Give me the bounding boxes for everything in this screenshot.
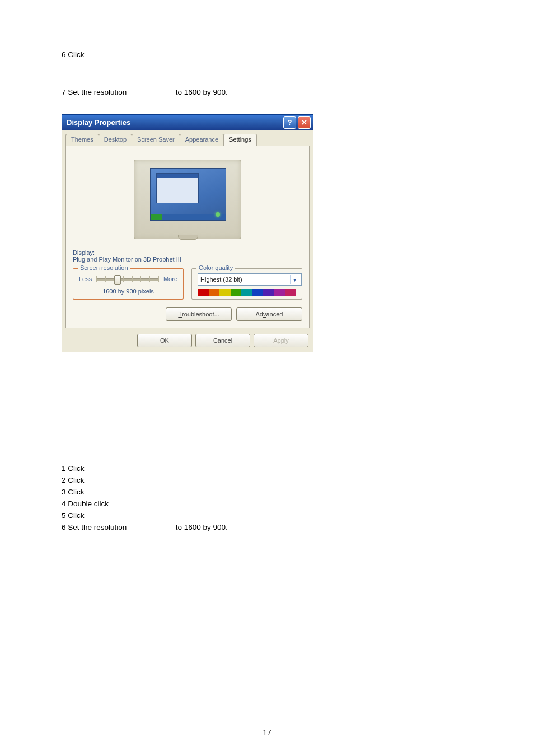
step-5: 5 Click bbox=[62, 511, 472, 520]
power-led-icon bbox=[216, 212, 220, 217]
color-quality-select[interactable]: Highest (32 bit) ▾ bbox=[198, 273, 302, 286]
display-properties-dialog: Display Properties ? ✕ Themes Desktop Sc… bbox=[62, 114, 313, 352]
troubleshoot-button[interactable]: Troubleshoot... bbox=[166, 307, 232, 321]
close-icon[interactable]: ✕ bbox=[298, 116, 311, 129]
slider-less-label: Less bbox=[79, 276, 92, 282]
step-6-top: 6 Click bbox=[62, 50, 472, 59]
monitor-preview bbox=[134, 160, 241, 239]
step-6-left: 6 Set the resolution bbox=[62, 523, 174, 531]
ok-button[interactable]: OK bbox=[137, 334, 192, 347]
step-6-bottom: 6 Set the resolution to 1600 by 900. bbox=[62, 523, 472, 531]
step-7-left: 7 Set the resolution bbox=[62, 88, 174, 96]
tab-screen-saver[interactable]: Screen Saver bbox=[132, 134, 180, 146]
tab-appearance[interactable]: Appearance bbox=[180, 134, 224, 146]
color-quality-legend: Color quality bbox=[196, 264, 235, 271]
window-title: Display Properties bbox=[67, 118, 130, 127]
settings-panel: Display: Plug and Play Monitor on 3D Pro… bbox=[65, 146, 310, 328]
step-2: 2 Click bbox=[62, 476, 472, 484]
resolution-value: 1600 by 900 pixels bbox=[79, 288, 177, 295]
titlebar[interactable]: Display Properties ? ✕ bbox=[62, 115, 313, 130]
color-preview-bar bbox=[198, 289, 296, 296]
advanced-button[interactable]: Advanced bbox=[236, 307, 302, 321]
chevron-down-icon: ▾ bbox=[290, 275, 299, 284]
step-6-right: to 1600 by 900. bbox=[176, 523, 228, 531]
cancel-button[interactable]: Cancel bbox=[195, 334, 250, 347]
tab-settings[interactable]: Settings bbox=[223, 134, 257, 146]
display-label: Display: bbox=[73, 249, 302, 256]
resolution-slider[interactable] bbox=[96, 273, 159, 284]
slider-more-label: More bbox=[163, 276, 177, 282]
display-value: Plug and Play Monitor on 3D Prophet III bbox=[73, 256, 302, 263]
page-number: 17 bbox=[0, 728, 534, 737]
step-1: 1 Click bbox=[62, 464, 472, 473]
resolution-legend: Screen resolution bbox=[78, 264, 130, 271]
tab-desktop[interactable]: Desktop bbox=[99, 134, 132, 146]
color-quality-value: Highest (32 bit) bbox=[200, 276, 242, 283]
color-quality-group: Color quality Highest (32 bit) ▾ bbox=[191, 268, 302, 300]
tabbar: Themes Desktop Screen Saver Appearance S… bbox=[65, 133, 310, 146]
step-7-top: 7 Set the resolution to 1600 by 900. bbox=[62, 88, 472, 96]
screen-resolution-group: Screen resolution Less More 1600 by 900 … bbox=[73, 268, 184, 300]
step-3: 3 Click bbox=[62, 488, 472, 496]
step-4: 4 Double click bbox=[62, 500, 472, 508]
apply-button[interactable]: Apply bbox=[254, 334, 308, 347]
slider-thumb[interactable] bbox=[114, 275, 121, 285]
step-7-right: to 1600 by 900. bbox=[176, 88, 228, 96]
help-icon[interactable]: ? bbox=[283, 116, 296, 129]
tab-themes[interactable]: Themes bbox=[65, 134, 99, 146]
